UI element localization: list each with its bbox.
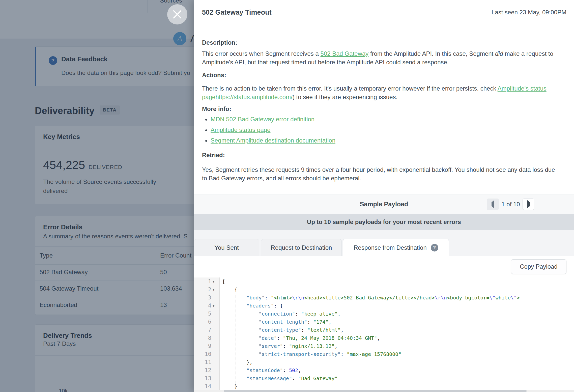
code-line: 11 },: [194, 358, 574, 366]
sample-payload-bar: Sample Payload 1 of 10: [194, 194, 574, 214]
help-circle-icon[interactable]: ?: [431, 244, 438, 251]
code-line: 5 "connection": "keep-alive",: [194, 310, 574, 318]
code-text: },: [222, 358, 252, 366]
code-text: "strict-transport-security": "max-age=15…: [222, 350, 401, 358]
line-number: 1: [194, 277, 211, 286]
code-line: 9 "server": "nginx/1.13.12",: [194, 342, 574, 350]
inline-link[interactable]: 502 Bad Gateway: [321, 50, 369, 57]
line-number: 9: [194, 342, 211, 350]
retried-paragraph: Yes, Segment retries these requests 9 ti…: [202, 165, 555, 183]
code-line: 6 "content-length": "174",: [194, 318, 574, 326]
code-text: "body": "<html>\r\n<head><title>502 Bad …: [222, 294, 520, 302]
paragraph-text: This error occurs when Segment receives …: [202, 50, 321, 57]
chevron-right-icon: [527, 200, 530, 208]
code-text: "date": "Thu, 24 May 2018 04:40:34 GMT",: [222, 334, 380, 342]
code-line: 10 "strict-transport-security": "max-age…: [194, 350, 574, 358]
line-number: 13: [194, 374, 211, 382]
paragraph-text: Yes, Segment retries these requests 9 ti…: [202, 166, 555, 182]
more-info-link[interactable]: Amplitude status page: [211, 126, 270, 133]
paragraph-text: ) to see if they are experiencing issues…: [293, 94, 397, 100]
tab-response-label: Response from Destination: [354, 244, 426, 251]
chevron-left-icon: [492, 200, 494, 208]
line-number: 7: [194, 326, 211, 334]
error-detail-panel: 502 Gateway Timeout Last seen 23 May, 09…: [194, 0, 574, 392]
panel-title: 502 Gateway Timeout: [202, 0, 272, 25]
code-text: "statusMessage": "Bad Gateway": [222, 374, 338, 382]
line-number: 14: [194, 382, 211, 390]
close-button[interactable]: [167, 4, 187, 24]
more-info-heading: More info:: [202, 105, 231, 113]
retried-heading: Retried:: [202, 152, 225, 159]
last-seen-timestamp: Last seen 23 May, 09:00PM: [492, 0, 566, 25]
code-line: 2▾ {: [194, 286, 574, 294]
line-number: 4: [194, 302, 211, 310]
code-lines: 1▾[2▾ {3 "body": "<html>\r\n<head><title…: [194, 277, 574, 390]
code-text: "content-type": "text/html",: [222, 326, 344, 334]
line-number: 10: [194, 350, 211, 358]
panel-header: 502 Gateway Timeout Last seen 23 May, 09…: [194, 0, 574, 25]
description-paragraph: This error occurs when Segment receives …: [202, 49, 555, 67]
scrollbar-thumb[interactable]: [224, 390, 527, 392]
more-info-link[interactable]: Segment Amplitude destination documentat…: [211, 137, 335, 144]
more-info-list: MDN 502 Bad Gateway error definitionAmpl…: [204, 114, 335, 146]
line-number: 11: [194, 358, 211, 366]
code-line: 7 "content-type": "text/html",: [194, 326, 574, 334]
payload-code-viewer[interactable]: 1▾[2▾ {3 "body": "<html>\r\n<head><title…: [194, 277, 574, 392]
code-text: "content-length": "174",: [222, 318, 332, 326]
code-line: 13 "statusMessage": "Bad Gateway": [194, 374, 574, 382]
code-line: 12 "statusCode": 502,: [194, 366, 574, 374]
description-heading: Description:: [202, 39, 237, 46]
page-indicator: 1 of 10: [499, 195, 523, 214]
actions-heading: Actions:: [202, 72, 226, 79]
line-number: 6: [194, 318, 211, 326]
code-line: 1▾[: [194, 277, 574, 286]
list-item: Segment Amplitude destination documentat…: [211, 135, 335, 146]
tab-you-sent[interactable]: You Sent: [194, 239, 259, 256]
code-text: [: [222, 277, 225, 286]
next-page-button[interactable]: [523, 199, 534, 210]
paragraph-text: There is no action to be taken from this…: [202, 85, 498, 92]
list-item: MDN 502 Bad Gateway error definition: [211, 114, 335, 125]
horizontal-scrollbar[interactable]: [194, 390, 574, 392]
line-number: 2: [194, 286, 211, 294]
fold-arrow-icon[interactable]: ▾: [213, 286, 218, 294]
close-icon: [173, 10, 182, 19]
code-text: {: [222, 286, 237, 294]
line-number: 12: [194, 366, 211, 374]
code-line: 3 "body": "<html>\r\n<head><title>502 Ba…: [194, 294, 574, 302]
list-item: Amplitude status page: [211, 125, 335, 135]
more-info-link[interactable]: MDN 502 Bad Gateway error definition: [211, 116, 314, 123]
code-text: "statusCode": 502,: [222, 366, 301, 374]
paragraph-text: from the Amplitude API. In this case, Se…: [368, 50, 495, 57]
tab-response-from-destination[interactable]: Response from Destination ?: [343, 239, 449, 256]
fold-arrow-icon[interactable]: ▾: [213, 277, 218, 286]
sample-payload-note: Up to 10 sample payloads for your most r…: [194, 214, 574, 230]
payload-tabbar: You Sent Request to Destination Response…: [194, 230, 574, 256]
line-number: 5: [194, 310, 211, 318]
tab-request-to-destination[interactable]: Request to Destination: [261, 239, 342, 256]
code-text: "connection": "keep-alive",: [222, 310, 341, 318]
code-line: 14 }: [194, 382, 574, 390]
line-number: 3: [194, 294, 211, 302]
emphasis-text: did: [495, 50, 503, 57]
code-text: "server": "nginx/1.13.12",: [222, 342, 338, 350]
copy-payload-button[interactable]: Copy Payload: [511, 259, 566, 274]
line-number: 8: [194, 334, 211, 342]
fold-arrow-icon[interactable]: ▾: [213, 302, 218, 310]
actions-paragraph: There is no action to be taken from this…: [202, 84, 555, 101]
prev-page-button[interactable]: [487, 199, 499, 210]
code-text: }: [222, 382, 237, 390]
code-line: 4▾ "headers": {: [194, 302, 574, 310]
code-text: "headers": {: [222, 302, 283, 310]
code-line: 8 "date": "Thu, 24 May 2018 04:40:34 GMT…: [194, 334, 574, 342]
screen: Sources A A ? Data Feedback Does the dat…: [0, 0, 574, 392]
